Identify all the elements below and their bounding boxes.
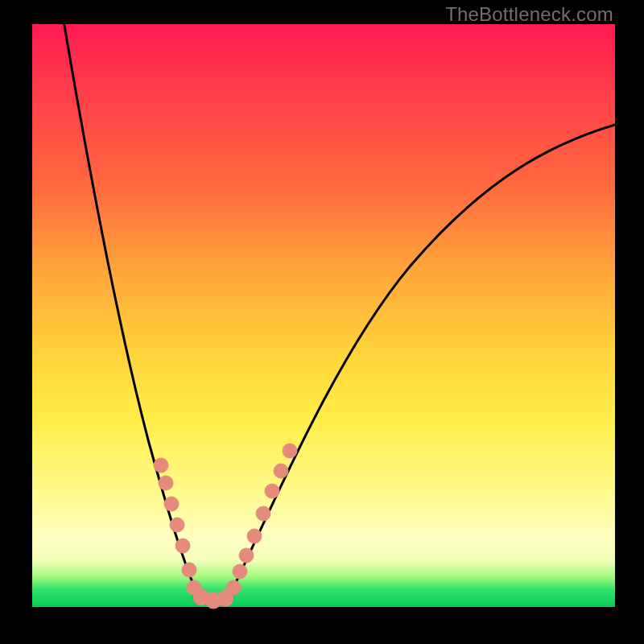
svg-point-8: [233, 564, 247, 579]
chart-root: TheBottleneck.com: [0, 0, 644, 644]
svg-point-9: [239, 548, 254, 563]
curve-right: [229, 125, 615, 596]
svg-point-11: [256, 506, 270, 521]
curve-layer: [32, 24, 615, 607]
svg-point-14: [283, 444, 297, 458]
svg-point-12: [265, 484, 279, 498]
svg-point-3: [170, 518, 184, 532]
svg-point-4: [175, 539, 190, 553]
svg-point-17: [217, 590, 233, 606]
svg-point-1: [159, 476, 173, 490]
markers-right: [226, 444, 297, 595]
svg-point-5: [182, 563, 196, 577]
svg-point-13: [274, 464, 288, 478]
svg-point-0: [154, 458, 168, 473]
watermark-text: TheBottleneck.com: [445, 3, 613, 26]
svg-point-10: [247, 529, 262, 543]
markers-left: [154, 458, 201, 595]
svg-point-2: [164, 497, 179, 511]
markers-bottom: [193, 589, 233, 609]
plot-area: [32, 24, 615, 607]
